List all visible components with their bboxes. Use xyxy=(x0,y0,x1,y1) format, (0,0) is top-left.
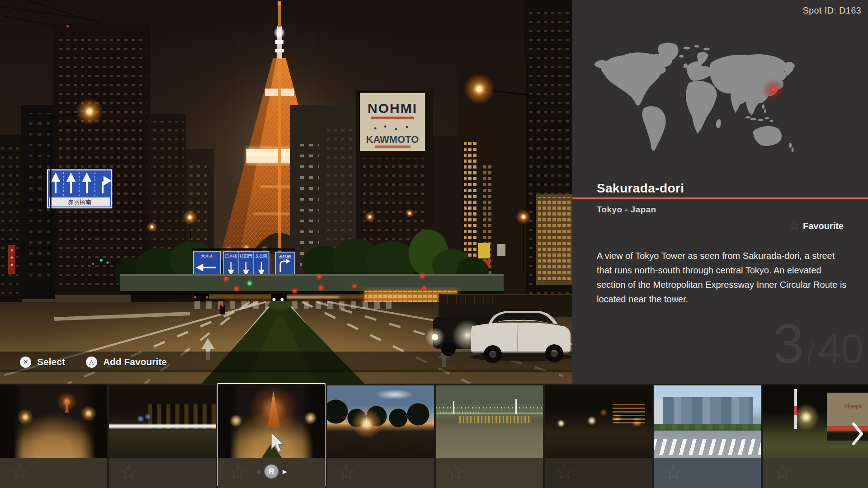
thumbnail-5[interactable]: ☆ xyxy=(436,384,543,488)
prev-arrow-icon[interactable]: ◀ xyxy=(256,469,260,474)
thumbnail-strip: ☆ xyxy=(109,458,216,488)
main-photo: 赤羽橋南 NOHMI KAWMOTO xyxy=(0,0,572,384)
control-hint-bar: ✕ Select △ Add Favourite xyxy=(0,352,572,372)
thumbnail-image-2[interactable] xyxy=(109,385,216,458)
scapes-screen: 赤羽橋南 NOHMI KAWMOTO xyxy=(0,0,868,488)
spot-title: Sakurada-dori xyxy=(597,181,684,196)
lane-guidance-sign: 赤羽橋南 xyxy=(47,170,112,208)
thumbnail-strip: ☆ xyxy=(327,458,434,488)
thumbnail-strip: ☆ xyxy=(545,458,652,488)
world-map xyxy=(593,38,800,161)
billboard-top-text: NOHMI xyxy=(368,101,417,116)
thumbnail-strip: ☆ xyxy=(654,458,761,488)
thumbnail-image-4[interactable] xyxy=(327,385,434,458)
thumbnail-image-7[interactable] xyxy=(654,385,761,458)
thumbnail-image-1[interactable] xyxy=(0,385,107,458)
thumbnail-2[interactable]: ☆ xyxy=(109,384,216,488)
spot-id: Spot ID: D163 xyxy=(802,5,861,16)
triangle-button-icon[interactable]: △ xyxy=(86,357,97,368)
thumbnail-image-8[interactable]: Olympic xyxy=(763,385,868,458)
gantry-signs: 六本木 日本橋 桜田門 芝公園 金杉橋 xyxy=(193,251,294,277)
favourite-star-icon: ☆ xyxy=(773,459,792,486)
cross-button-icon[interactable]: ✕ xyxy=(20,357,31,368)
spot-location: Tokyo - Japan xyxy=(597,205,656,215)
tokyo-tower-night-scene: 赤羽橋南 NOHMI KAWMOTO xyxy=(0,0,572,384)
favourite-star-icon: ☆ xyxy=(10,459,29,486)
counter-separator: / xyxy=(803,338,818,367)
filmstrip: ☆☆☆◀R▶☆☆☆☆Olympic☆ xyxy=(0,384,868,488)
favourite-status: ☆ Favourite xyxy=(789,220,844,232)
favourite-star-icon: ☆ xyxy=(337,459,356,486)
thumbnail-4[interactable]: ☆ xyxy=(327,384,434,488)
spot-description: A view of Tokyo Tower as seen from Sakur… xyxy=(597,249,851,306)
accent-divider xyxy=(572,197,868,199)
thumbnail-image-5[interactable] xyxy=(436,385,543,458)
svg-text:桜田門: 桜田門 xyxy=(240,254,252,258)
thumbnail-strip: ☆ xyxy=(0,458,107,488)
spot-counter: 3 / 40 xyxy=(773,316,863,371)
star-outline-icon: ☆ xyxy=(789,220,800,232)
spot-info-panel: Spot ID: D163 xyxy=(572,0,868,384)
counter-total: 40 xyxy=(818,328,863,369)
thumbnail-7[interactable]: ☆ xyxy=(654,384,761,488)
favourite-star-icon: ☆ xyxy=(555,459,574,486)
r-button-icon[interactable]: R xyxy=(264,465,278,479)
olympic-sign-text: Olympic xyxy=(844,403,863,409)
next-page-chevron[interactable] xyxy=(852,422,863,446)
mouse-cursor-icon xyxy=(270,432,286,454)
svg-text:日本橋: 日本橋 xyxy=(225,254,237,258)
svg-text:芝公園: 芝公園 xyxy=(255,254,268,258)
next-arrow-icon[interactable]: ▶ xyxy=(283,469,287,474)
add-favourite-label[interactable]: Add Favourite xyxy=(103,357,167,367)
favourite-label: Favourite xyxy=(803,221,844,231)
billboard-bottom-text: KAWMOTO xyxy=(366,134,419,145)
favourite-star-icon: ☆ xyxy=(446,459,465,486)
select-label[interactable]: Select xyxy=(37,357,65,367)
thumbnail-6[interactable]: ☆ xyxy=(545,384,652,488)
thumbnail-strip: ☆ xyxy=(763,458,868,488)
counter-current: 3 xyxy=(773,316,803,371)
lane-sign-text: 赤羽橋南 xyxy=(68,199,91,206)
svg-text:金杉橋: 金杉橋 xyxy=(279,254,291,259)
svg-text:六本木: 六本木 xyxy=(201,254,213,258)
favourite-star-icon: ☆ xyxy=(119,459,138,486)
thumbnail-strip: ☆◀R▶ xyxy=(218,458,325,488)
thumbnail-strip: ☆ xyxy=(436,458,543,488)
favourite-star-icon: ☆ xyxy=(664,459,683,486)
nohmi-billboard: NOHMI KAWMOTO xyxy=(360,93,425,151)
thumbnail-image-6[interactable] xyxy=(545,385,652,458)
r-stick-hint[interactable]: ◀R▶ xyxy=(218,458,325,485)
thumbnail-1[interactable]: ☆ xyxy=(0,384,107,488)
